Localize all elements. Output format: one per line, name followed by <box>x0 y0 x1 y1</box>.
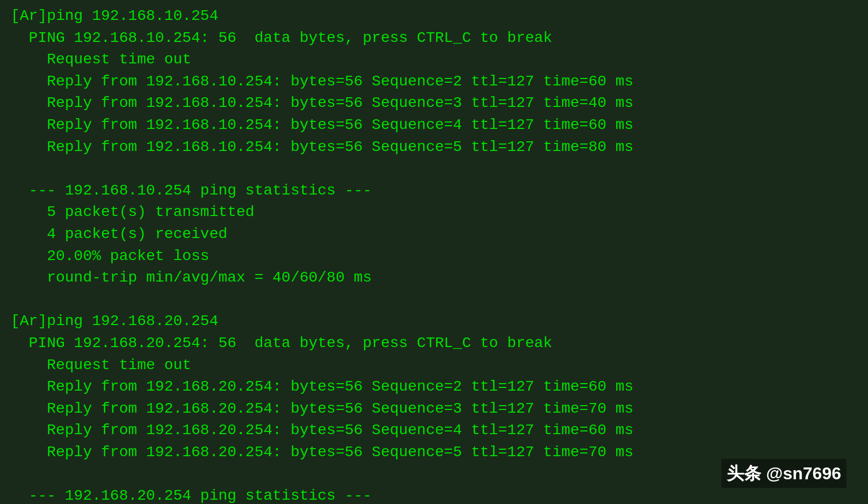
terminal-line: PING 192.168.10.254: 56 data bytes, pres… <box>11 27 857 49</box>
watermark: 头条 @sn7696 <box>721 459 847 488</box>
terminal-line: Reply from 192.168.10.254: bytes=56 Sequ… <box>11 71 857 93</box>
terminal-line: --- 192.168.10.254 ping statistics --- <box>11 180 857 202</box>
terminal-line: Reply from 192.168.20.254: bytes=56 Sequ… <box>11 420 857 442</box>
terminal-line: Reply from 192.168.20.254: bytes=56 Sequ… <box>11 376 857 398</box>
terminal-line: Reply from 192.168.10.254: bytes=56 Sequ… <box>11 136 857 159</box>
terminal-line: PING 192.168.20.254: 56 data bytes, pres… <box>11 333 857 355</box>
terminal-line: Request time out <box>11 49 857 71</box>
terminal-window: [Ar]ping 192.168.10.254 PING 192.168.10.… <box>11 5 857 499</box>
terminal-line: Request time out <box>11 355 857 377</box>
empty-line <box>11 289 857 311</box>
terminal-line: --- 192.168.20.254 ping statistics --- <box>11 485 857 504</box>
terminal-line: round-trip min/avg/max = 40/60/80 ms <box>11 267 857 289</box>
terminal-line: 4 packet(s) received <box>11 224 857 246</box>
terminal-line: [Ar]ping 192.168.10.254 <box>11 5 857 27</box>
terminal-line: Reply from 192.168.10.254: bytes=56 Sequ… <box>11 92 857 114</box>
terminal-line: 20.00% packet loss <box>11 246 857 268</box>
terminal-line: [Ar]ping 192.168.20.254 <box>11 311 857 333</box>
terminal-line: 5 packet(s) transmitted <box>11 201 857 224</box>
terminal-line: Reply from 192.168.20.254: bytes=56 Sequ… <box>11 398 857 420</box>
empty-line <box>11 158 857 180</box>
terminal-line: Reply from 192.168.10.254: bytes=56 Sequ… <box>11 114 857 136</box>
